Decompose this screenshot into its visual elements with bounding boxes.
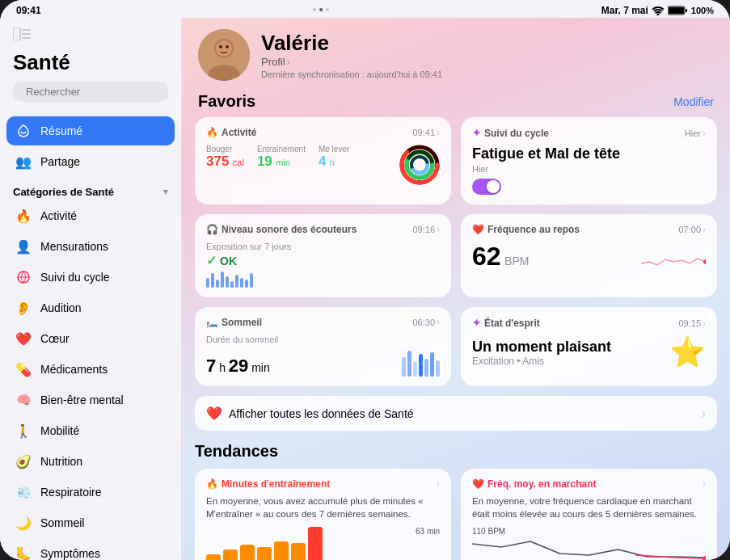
content: Valérie Profil › Dernière synchronisatio… (182, 18, 730, 560)
battery-label: 100% (691, 6, 714, 15)
sleep-content: Durée du sommeil 7 h 29 min (206, 335, 440, 377)
trend-freq-card[interactable]: ❤️ Fréq. moy. en marchant › En moyenne, … (461, 469, 717, 560)
mensurations-label: Mensurations (40, 240, 108, 253)
sidebar-item-resume[interactable]: Résumé (6, 116, 175, 145)
mood-subtitle: Excitation • Amis (472, 356, 611, 367)
cycle-card-header: ✦ Suivi du cycle Hier › (472, 127, 706, 139)
avatar (198, 29, 250, 81)
cycle-card-title: ✦ Suivi du cycle (472, 127, 549, 139)
sidebar-item-partage[interactable]: 👥 Partage (6, 147, 175, 176)
suivi-cycle-icon (15, 268, 32, 286)
cycle-subtitle: Hier (472, 164, 706, 174)
sidebar: Santé (0, 18, 182, 560)
audition-label: Audition (40, 301, 82, 314)
svg-rect-5 (22, 29, 31, 31)
sidebar-item-bien-etre[interactable]: 🧠 Bien-être mental (6, 385, 175, 415)
niveau-sonore-card[interactable]: 🎧 Niveau sonore des écouteurs 09:16 › Ex… (195, 214, 451, 297)
svg-rect-7 (22, 37, 31, 39)
audition-icon: 👂 (15, 299, 32, 317)
search-bar[interactable] (13, 82, 168, 102)
suivi-cycle-card[interactable]: ✦ Suivi du cycle Hier › Fatigue et Mal d… (461, 117, 717, 204)
modify-link[interactable]: Modifier (673, 95, 714, 108)
partage-label: Partage (40, 155, 80, 168)
activity-ring (399, 145, 440, 185)
noise-card-header: 🎧 Niveau sonore des écouteurs 09:16 › (206, 224, 440, 235)
sidebar-item-audition[interactable]: 👂 Audition (6, 293, 175, 322)
trend-freq-chart: 110 BPM 98 (472, 527, 706, 560)
noise-bars (206, 272, 440, 288)
dot1 (313, 8, 316, 11)
sidebar-item-activite[interactable]: 🔥 Activité (6, 201, 175, 230)
trend-minutes-desc: En moyenne, vous avez accumulé plus de m… (206, 495, 440, 520)
cycle-content: Fatigue et Mal de tête Hier (472, 145, 706, 195)
sidebar-item-symptomes[interactable]: 🦶 Symptômes (6, 539, 175, 560)
frequence-card[interactable]: ❤️ Fréquence au repos 07:00 › 62 BPM (461, 214, 717, 297)
svg-point-18 (219, 45, 222, 48)
noise-card-title: 🎧 Niveau sonore des écouteurs (206, 224, 357, 235)
sidebar-item-medicaments[interactable]: 💊 Médicaments (6, 355, 175, 384)
cycle-toggle[interactable] (472, 179, 501, 195)
bien-etre-label: Bien-être mental (40, 394, 124, 406)
trend-minutes-card[interactable]: 🔥 Minutes d'entraînement › En moyenne, v… (195, 469, 451, 560)
mood-card-title: ✦ État d'esprit (472, 317, 540, 329)
activite-card[interactable]: 🔥 Activité 09:41 › Bouger 375 (195, 117, 451, 204)
categories-title: Catégories de Santé (13, 186, 114, 198)
sync-text: Dernière synchronisation : aujourd'hui à… (261, 69, 442, 79)
mood-content: Un moment plaisant Excitation • Amis ⭐ (472, 335, 706, 369)
suivi-cycle-label: Suivi du cycle (40, 271, 110, 284)
dot2 (319, 8, 323, 11)
nutrition-label: Nutrition (40, 455, 82, 468)
svg-point-26 (703, 259, 706, 264)
nutrition-icon: 🥑 (15, 453, 32, 470)
sidebar-item-nutrition[interactable]: 🥑 Nutrition (6, 447, 175, 476)
sidebar-item-mobilite[interactable]: 🚶 Mobilité (6, 416, 175, 445)
categories-header[interactable]: Catégories de Santé ▾ (0, 178, 181, 201)
activite-card-header: 🔥 Activité 09:41 › (206, 127, 440, 138)
sidebar-item-coeur[interactable]: ❤️ Cœur (6, 324, 175, 353)
sidebar-item-mensurations[interactable]: 👤 Mensurations (6, 232, 175, 261)
profile-link[interactable]: Profil › (261, 56, 442, 68)
view-all-left: ❤️ Afficher toutes les données de Santé (206, 406, 414, 421)
profile-header: Valérie Profil › Dernière synchronisatio… (182, 18, 730, 89)
sleep-desc: Durée du sommeil (206, 335, 440, 344)
sidebar-item-suivi-cycle[interactable]: Suivi du cycle (6, 263, 175, 292)
search-input[interactable] (26, 86, 162, 98)
sommeil-card[interactable]: 🛏️ Sommeil 06:30 › Durée du sommeil (195, 307, 451, 386)
trend-freq-desc: En moyenne, votre fréquence cardiaque en… (472, 495, 706, 520)
activite-label: Activité (40, 209, 77, 222)
mensurations-icon: 👤 (15, 238, 32, 255)
view-all-text: Afficher toutes les données de Santé (229, 407, 414, 420)
mobilite-icon: 🚶 (15, 422, 32, 440)
sommeil-icon: 🌙 (15, 514, 32, 532)
sidebar-nav: Résumé 👥 Partage (0, 116, 181, 176)
sleep-card-title: 🛏️ Sommeil (206, 317, 262, 328)
sidebar-item-respiratoire[interactable]: 💨 Respiratoire (6, 478, 175, 507)
resume-icon (15, 122, 32, 140)
svg-point-0 (656, 14, 659, 16)
symptomes-label: Symptômes (40, 547, 100, 560)
trend-freq-title: ❤️ Fréq. moy. en marchant (472, 478, 596, 490)
dot3 (326, 8, 329, 11)
mobilite-label: Mobilité (40, 424, 79, 437)
mood-title: Un moment plaisant (472, 339, 611, 356)
status-bar: 09:41 Mar. 7 mai 100% (0, 0, 730, 18)
profile-name: Valérie (261, 31, 442, 56)
etat-esprit-card[interactable]: ✦ État d'esprit 09:15 › Un moment plaisa… (461, 307, 717, 386)
partage-icon: 👥 (15, 153, 32, 171)
respiratoire-icon: 💨 (15, 483, 32, 501)
symptomes-icon: 🦶 (15, 545, 32, 560)
mood-card-header: ✦ État d'esprit 09:15 › (472, 317, 706, 329)
trend-minutes-chart: 63 min 31 min (206, 527, 440, 560)
sidebar-item-sommeil[interactable]: 🌙 Sommeil (6, 508, 175, 537)
sleep-card-header: 🛏️ Sommeil 06:30 › (206, 317, 440, 328)
profile-info: Valérie Profil › Dernière synchronisatio… (261, 31, 442, 79)
view-all-row[interactable]: ❤️ Afficher toutes les données de Santé … (195, 396, 717, 431)
activite-time: 09:41 (412, 128, 435, 137)
bpm-value: 62 (472, 242, 501, 271)
status-right: Mar. 7 mai 100% (601, 5, 714, 16)
medicaments-icon: 💊 (15, 360, 32, 378)
bien-etre-icon: 🧠 (15, 391, 32, 409)
activite-card-title: 🔥 Activité (206, 127, 256, 138)
status-day: Mar. 7 mai (601, 5, 648, 16)
activite-icon: 🔥 (15, 207, 32, 225)
